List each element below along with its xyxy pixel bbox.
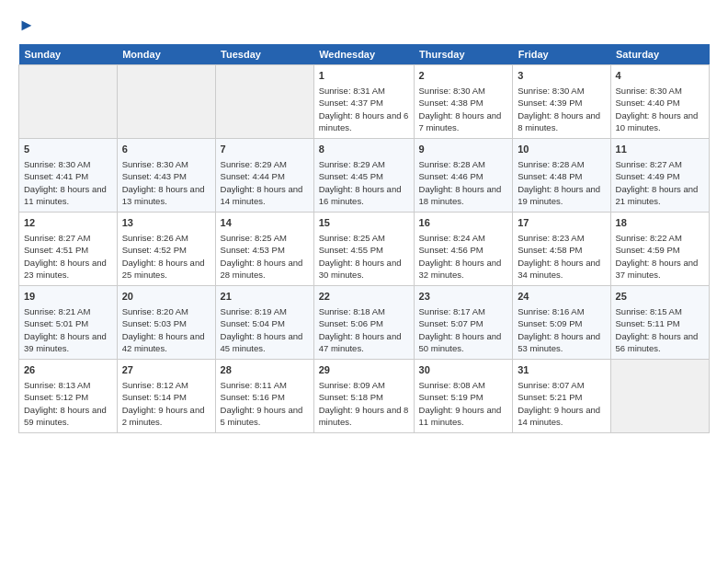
- sunrise-text: Sunrise: 8:13 AM: [24, 380, 90, 390]
- calendar-cell: 17Sunrise: 8:23 AMSunset: 4:58 PMDayligh…: [513, 212, 610, 285]
- calendar-cell: 10Sunrise: 8:28 AMSunset: 4:48 PMDayligh…: [513, 138, 610, 212]
- day-number: 26: [24, 363, 112, 377]
- day-number: 25: [616, 290, 704, 304]
- daylight-text: Daylight: 8 hours and 21 minutes.: [616, 184, 699, 206]
- calendar-week-0: 1Sunrise: 8:31 AMSunset: 4:37 PMDaylight…: [19, 64, 710, 138]
- header-tuesday: Tuesday: [215, 44, 313, 65]
- daylight-text: Daylight: 8 hours and 39 minutes.: [24, 331, 107, 353]
- day-number: 4: [616, 69, 704, 83]
- calendar-cell: 31Sunrise: 8:07 AMSunset: 5:21 PMDayligh…: [513, 359, 610, 432]
- day-number: 13: [122, 216, 210, 230]
- day-number: 22: [319, 290, 409, 304]
- sunrise-text: Sunrise: 8:24 AM: [419, 233, 485, 243]
- sunset-text: Sunset: 4:39 PM: [518, 98, 582, 108]
- sunset-text: Sunset: 4:55 PM: [319, 245, 383, 255]
- header-saturday: Saturday: [610, 44, 709, 65]
- sunrise-text: Sunrise: 8:11 AM: [221, 380, 287, 390]
- daylight-text: Daylight: 8 hours and 16 minutes.: [319, 184, 402, 206]
- sunrise-text: Sunrise: 8:27 AM: [616, 159, 682, 169]
- sunset-text: Sunset: 5:03 PM: [122, 318, 187, 328]
- calendar-cell: 14Sunrise: 8:25 AMSunset: 4:53 PMDayligh…: [215, 212, 313, 285]
- daylight-text: Daylight: 8 hours and 7 minutes.: [419, 110, 502, 132]
- calendar-cell: 6Sunrise: 8:30 AMSunset: 4:43 PMDaylight…: [117, 138, 215, 212]
- sunset-text: Sunset: 5:19 PM: [419, 392, 483, 402]
- day-number: 1: [319, 69, 409, 83]
- calendar-week-2: 12Sunrise: 8:27 AMSunset: 4:51 PMDayligh…: [19, 212, 710, 285]
- calendar-cell: 5Sunrise: 8:30 AMSunset: 4:41 PMDaylight…: [19, 138, 118, 212]
- daylight-text: Daylight: 8 hours and 13 minutes.: [122, 184, 205, 206]
- day-number: 27: [122, 363, 210, 377]
- sunset-text: Sunset: 4:49 PM: [616, 171, 680, 181]
- daylight-text: Daylight: 8 hours and 59 minutes.: [24, 405, 107, 427]
- sunrise-text: Sunrise: 8:22 AM: [616, 233, 682, 243]
- sunset-text: Sunset: 4:56 PM: [419, 245, 483, 255]
- day-number: 10: [518, 143, 605, 156]
- daylight-text: Daylight: 9 hours and 5 minutes.: [221, 405, 303, 427]
- daylight-text: Daylight: 8 hours and 42 minutes.: [122, 331, 205, 353]
- sunrise-text: Sunrise: 8:28 AM: [419, 159, 485, 169]
- daylight-text: Daylight: 8 hours and 6 minutes.: [319, 110, 409, 132]
- calendar-cell: 18Sunrise: 8:22 AMSunset: 4:59 PMDayligh…: [610, 212, 709, 285]
- header-thursday: Thursday: [414, 44, 513, 65]
- sunset-text: Sunset: 4:59 PM: [616, 245, 680, 255]
- sunrise-text: Sunrise: 8:17 AM: [419, 306, 485, 316]
- sunrise-text: Sunrise: 8:27 AM: [24, 233, 90, 243]
- calendar-cell: [610, 359, 709, 432]
- calendar-cell: 9Sunrise: 8:28 AMSunset: 4:46 PMDaylight…: [414, 138, 513, 212]
- sunset-text: Sunset: 5:12 PM: [24, 392, 88, 402]
- sunrise-text: Sunrise: 8:30 AM: [24, 159, 90, 169]
- calendar-cell: 29Sunrise: 8:09 AMSunset: 5:18 PMDayligh…: [313, 359, 414, 432]
- calendar-cell: 25Sunrise: 8:15 AMSunset: 5:11 PMDayligh…: [610, 285, 709, 359]
- day-number: 2: [419, 69, 508, 83]
- daylight-text: Daylight: 8 hours and 37 minutes.: [616, 258, 699, 280]
- sunset-text: Sunset: 4:52 PM: [122, 245, 187, 255]
- daylight-text: Daylight: 8 hours and 34 minutes.: [518, 258, 600, 280]
- daylight-text: Daylight: 8 hours and 19 minutes.: [518, 184, 600, 206]
- sunset-text: Sunset: 4:51 PM: [24, 245, 88, 255]
- sunset-text: Sunset: 5:21 PM: [518, 392, 582, 402]
- sunrise-text: Sunrise: 8:09 AM: [319, 380, 385, 390]
- daylight-text: Daylight: 9 hours and 8 minutes.: [319, 405, 409, 427]
- day-number: 19: [24, 290, 112, 304]
- day-number: 12: [24, 216, 112, 230]
- sunset-text: Sunset: 4:58 PM: [518, 245, 582, 255]
- sunset-text: Sunset: 5:09 PM: [518, 318, 582, 328]
- calendar-cell: 20Sunrise: 8:20 AMSunset: 5:03 PMDayligh…: [117, 285, 215, 359]
- sunset-text: Sunset: 4:53 PM: [221, 245, 285, 255]
- sunrise-text: Sunrise: 8:21 AM: [24, 306, 90, 316]
- header-friday: Friday: [513, 44, 610, 65]
- day-number: 20: [122, 290, 210, 304]
- sunrise-text: Sunrise: 8:26 AM: [122, 233, 188, 243]
- sunrise-text: Sunrise: 8:30 AM: [616, 86, 682, 96]
- calendar-cell: 11Sunrise: 8:27 AMSunset: 4:49 PMDayligh…: [610, 138, 709, 212]
- calendar-cell: [117, 64, 215, 138]
- sunrise-text: Sunrise: 8:18 AM: [319, 306, 385, 316]
- header: ►: [18, 17, 710, 35]
- daylight-text: Daylight: 9 hours and 14 minutes.: [518, 405, 600, 427]
- sunrise-text: Sunrise: 8:19 AM: [221, 306, 287, 316]
- day-number: 30: [419, 363, 508, 377]
- day-number: 28: [221, 363, 309, 377]
- calendar-cell: 15Sunrise: 8:25 AMSunset: 4:55 PMDayligh…: [313, 212, 414, 285]
- daylight-text: Daylight: 9 hours and 11 minutes.: [419, 405, 502, 427]
- sunrise-text: Sunrise: 8:08 AM: [419, 380, 485, 390]
- calendar-cell: 24Sunrise: 8:16 AMSunset: 5:09 PMDayligh…: [513, 285, 610, 359]
- sunrise-text: Sunrise: 8:16 AM: [518, 306, 584, 316]
- logo: ►: [18, 17, 35, 35]
- calendar-cell: 21Sunrise: 8:19 AMSunset: 5:04 PMDayligh…: [215, 285, 313, 359]
- daylight-text: Daylight: 8 hours and 14 minutes.: [221, 184, 303, 206]
- sunrise-text: Sunrise: 8:29 AM: [221, 159, 287, 169]
- day-number: 15: [319, 216, 409, 230]
- day-number: 7: [221, 143, 309, 156]
- sunset-text: Sunset: 4:40 PM: [616, 98, 680, 108]
- calendar-cell: [19, 64, 118, 138]
- sunrise-text: Sunrise: 8:25 AM: [319, 233, 385, 243]
- calendar-week-1: 5Sunrise: 8:30 AMSunset: 4:41 PMDaylight…: [19, 138, 710, 212]
- sunset-text: Sunset: 5:14 PM: [122, 392, 187, 402]
- sunrise-text: Sunrise: 8:29 AM: [319, 159, 385, 169]
- calendar-cell: 7Sunrise: 8:29 AMSunset: 4:44 PMDaylight…: [215, 138, 313, 212]
- daylight-text: Daylight: 9 hours and 2 minutes.: [122, 405, 205, 427]
- daylight-text: Daylight: 8 hours and 50 minutes.: [419, 331, 502, 353]
- calendar-cell: 1Sunrise: 8:31 AMSunset: 4:37 PMDaylight…: [313, 64, 414, 138]
- calendar-cell: 27Sunrise: 8:12 AMSunset: 5:14 PMDayligh…: [117, 359, 215, 432]
